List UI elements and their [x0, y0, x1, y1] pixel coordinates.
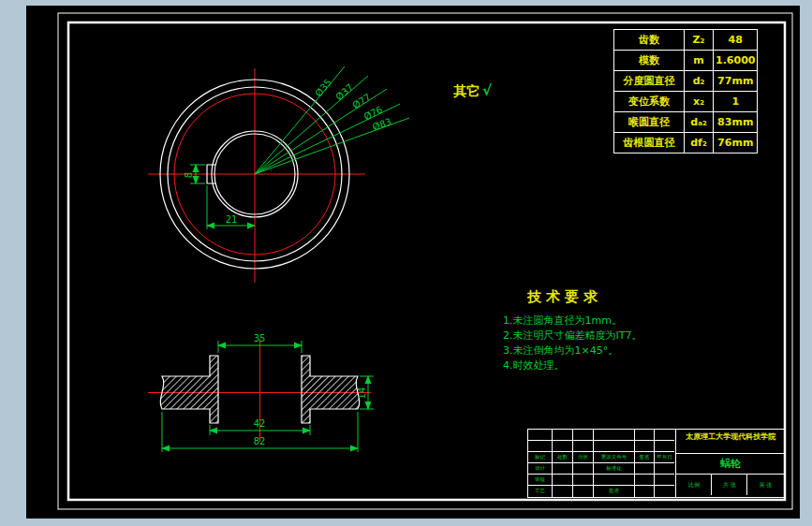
tb-cell [553, 475, 573, 486]
hub-dim-label: 42 [254, 418, 266, 429]
tb-design: 设计 [528, 463, 553, 475]
surface-note: 其它√ [453, 82, 492, 100]
title-block-name-area: 太原理工大学现代科技学院 蜗轮 比例 共 张 第 张 [676, 430, 785, 497]
param-label: 齿根圆直径 [614, 133, 685, 153]
param-symbol: dₐ₂ [685, 112, 714, 133]
title-block: 标记 处数 分区 更改文件号 签名 年月日 设计 标准化 审核 工艺 批准 太原… [527, 429, 786, 498]
param-label: 齿数 [614, 30, 685, 51]
tb-cell [553, 463, 573, 475]
tb-rev-sign: 签名 [635, 452, 655, 463]
tb-cell [528, 441, 553, 452]
tb-cell [635, 441, 655, 452]
tb-process: 工艺 [528, 486, 553, 497]
param-value: 48 [714, 30, 758, 51]
param-label: 喉圆直径 [614, 112, 685, 133]
tech-req-item: 2.未注明尺寸偏差精度为IT7。 [503, 329, 642, 343]
bore-dim-label: 35 [254, 333, 266, 343]
tb-rev-zone: 分区 [573, 452, 594, 463]
param-symbol: df₂ [685, 133, 714, 153]
tb-cell [553, 486, 573, 497]
param-value: 1.6000 [714, 51, 758, 71]
tb-cell [635, 475, 655, 486]
tb-cell [594, 430, 635, 441]
tb-cell [594, 475, 635, 486]
tb-cell [655, 441, 674, 452]
param-value: 77mm [714, 71, 758, 92]
gear-parameter-table: 齿数 Z₂ 48 模数 m 1.6000 分度圆直径 d₂ 77mm 变位系数 … [613, 29, 758, 153]
table-row: 模数 m 1.6000 [614, 51, 758, 71]
tb-rev-date: 年月日 [655, 452, 674, 463]
face-width-dim-label: 14 [357, 387, 367, 400]
table-row: 齿根圆直径 df₂ 76mm [614, 133, 758, 153]
tb-cell [655, 430, 674, 441]
keyway-width-label: 8 [184, 172, 194, 178]
param-value: 76mm [714, 133, 758, 153]
sheet-number-label: 第 张 [747, 475, 783, 495]
overall-dim-label: 82 [254, 436, 266, 446]
tech-req-item: 3.未注倒角均为1×45°。 [503, 343, 642, 358]
surface-note-label: 其它 [453, 83, 480, 98]
param-symbol: m [685, 51, 714, 71]
param-symbol: x₂ [685, 92, 714, 112]
part-name: 蜗轮 [676, 454, 785, 475]
tb-cell [635, 463, 655, 475]
organization-name: 太原理工大学现代科技学院 [676, 430, 785, 454]
param-symbol: d₂ [685, 71, 714, 92]
tb-check: 审核 [528, 475, 553, 486]
tb-rev-count: 处数 [553, 452, 573, 463]
tech-requirements-title: 技术要求 [527, 288, 602, 306]
title-block-revision-grid: 标记 处数 分区 更改文件号 签名 年月日 设计 标准化 审核 工艺 批准 [528, 430, 676, 497]
keyway-depth-label: 21 [226, 214, 238, 225]
tech-req-item: 1.未注圆角直径为1mm。 [503, 314, 642, 329]
tb-cell [635, 430, 655, 441]
tb-cell [655, 475, 674, 486]
param-symbol: Z₂ [685, 30, 714, 51]
sheet-total-label: 共 张 [712, 475, 747, 495]
tb-cell [573, 486, 594, 497]
tb-cell [635, 486, 655, 497]
tb-rev-mark: 标记 [528, 452, 553, 463]
tb-cell [573, 475, 594, 486]
param-label: 模数 [614, 51, 685, 71]
check-mark: √ [482, 82, 492, 99]
tech-req-item: 4.时效处理。 [503, 358, 642, 373]
tb-cell [573, 441, 594, 452]
cad-viewer-window: { "colors": { "background": "#b4c7d5", "… [0, 0, 812, 526]
tb-cell [573, 463, 594, 475]
tb-cell [528, 430, 553, 441]
tb-cell [655, 486, 674, 497]
tb-approve: 批准 [594, 486, 635, 497]
tb-standard: 标准化 [594, 463, 635, 475]
title-block-bottom-row: 比例 共 张 第 张 [676, 475, 785, 495]
scale-label: 比例 [676, 475, 712, 495]
tb-cell [655, 463, 674, 475]
tb-cell [594, 441, 635, 452]
tb-cell [573, 430, 594, 441]
tb-rev-file: 更改文件号 [594, 452, 635, 463]
tb-cell [553, 441, 573, 452]
tech-requirements-list: 1.未注圆角直径为1mm。 2.未注明尺寸偏差精度为IT7。 3.未注倒角均为1… [503, 314, 642, 373]
tb-cell [553, 430, 573, 441]
table-row: 分度圆直径 d₂ 77mm [614, 71, 758, 92]
param-label: 变位系数 [614, 92, 685, 112]
table-row: 喉圆直径 dₐ₂ 83mm [614, 112, 758, 133]
table-row: 变位系数 x₂ 1 [614, 92, 758, 112]
param-value: 83mm [714, 112, 758, 133]
param-value: 1 [714, 92, 758, 112]
param-label: 分度圆直径 [614, 71, 685, 92]
table-row: 齿数 Z₂ 48 [614, 30, 758, 51]
